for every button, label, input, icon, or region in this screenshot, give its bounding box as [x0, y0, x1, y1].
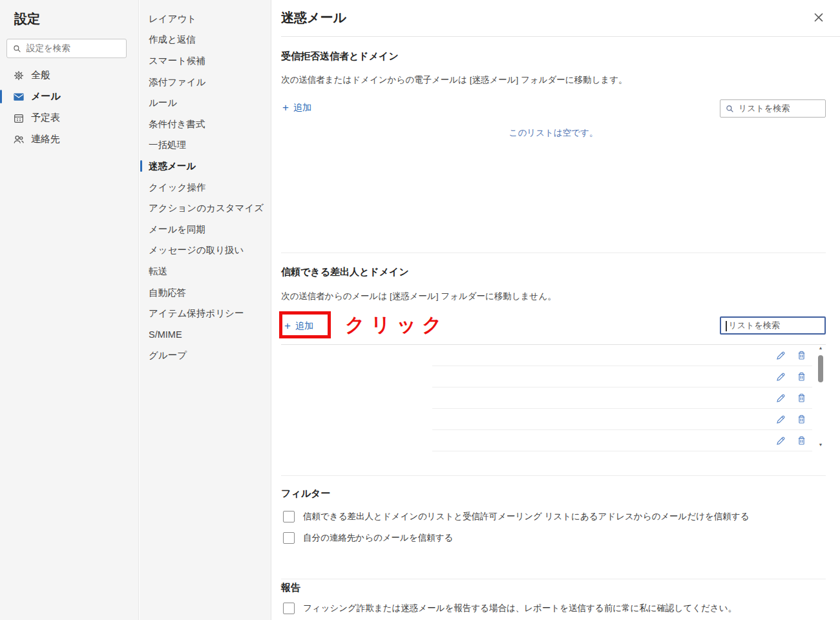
settings-title: 設定: [14, 10, 40, 28]
report-heading: 報告: [281, 582, 300, 594]
checkbox-label: 信頼できる差出人とドメインのリストと受信許可メーリング リストにあるアドレスから…: [303, 511, 749, 522]
divider: [281, 253, 826, 253]
blocked-senders-description: 次の送信者またはドメインからの電子メールは [迷惑メール] フォルダーに移動しま…: [281, 74, 627, 86]
calendar-icon: [13, 112, 25, 124]
sidebar-item-label: 全般: [31, 69, 50, 81]
text-cursor: [726, 320, 728, 331]
settings-window: 設定 設定を検索 全般 メール: [0, 0, 840, 620]
edit-pencil-icon[interactable]: [775, 371, 786, 382]
sidebar-item-label: 予定表: [31, 112, 60, 124]
settings-search-placeholder: 設定を検索: [26, 43, 70, 54]
nav-item-smime[interactable]: S/MIME: [140, 324, 271, 346]
delete-trash-icon[interactable]: [796, 414, 807, 425]
nav-item-sync-email[interactable]: メールを同期: [140, 219, 271, 240]
add-label: 追加: [293, 102, 311, 114]
search-placeholder: リストを検索: [729, 320, 780, 331]
annotation-click-label: クリック: [345, 312, 448, 338]
nav-item-message-handling[interactable]: メッセージの取り扱い: [140, 240, 271, 262]
search-icon: [725, 104, 735, 114]
nav-item-auto-replies[interactable]: 自動応答: [140, 282, 271, 304]
checkbox-label: フィッシング詐欺または迷惑メールを報告する場合は、レポートを送信する前に常に私に…: [303, 603, 737, 614]
people-icon: [13, 134, 25, 145]
search-placeholder: リストを検索: [739, 103, 790, 114]
mail-settings-nav: レイアウト 作成と返信 スマート候補 添付ファイル ルール 条件付き書式 一括処…: [140, 0, 271, 620]
nav-item-retention-policies[interactable]: アイテム保持ポリシー: [140, 303, 271, 324]
trust-contacts-checkbox[interactable]: [283, 532, 295, 544]
close-button[interactable]: [810, 8, 828, 26]
empty-list-text: このリストは空です。: [281, 127, 826, 139]
blocked-senders-heading: 受信拒否送信者とドメイン: [281, 50, 399, 63]
selection-bar: [0, 90, 2, 103]
selection-bar: [140, 160, 142, 172]
scroll-up-icon[interactable]: ▲: [817, 346, 824, 350]
nav-item-quick-steps[interactable]: クイック操作: [140, 177, 271, 198]
settings-search-input[interactable]: 設定を検索: [6, 39, 127, 58]
nav-item-sweep[interactable]: 一括処理: [140, 135, 271, 156]
panel-title: 迷惑メール: [281, 9, 346, 26]
search-icon: [12, 44, 22, 54]
filter-option-row: 自分の連絡先からのメールを信頼する: [283, 532, 453, 544]
safe-senders-description: 次の送信者からのメールは [迷惑メール] フォルダーに移動しません。: [281, 291, 556, 302]
divider: [281, 475, 826, 476]
safe-list-search-input[interactable]: リストを検索: [720, 316, 826, 335]
sidebar-item-label: メール: [31, 90, 61, 103]
nav-item-label: 迷惑メール: [149, 160, 196, 172]
safe-list-row: [432, 430, 812, 451]
plus-icon: +: [282, 103, 289, 112]
trusted-lists-only-checkbox[interactable]: [283, 511, 295, 522]
blocked-add-button[interactable]: + 追加: [282, 102, 311, 114]
delete-trash-icon[interactable]: [796, 393, 807, 404]
edit-pencil-icon[interactable]: [775, 414, 786, 425]
nav-item-layout[interactable]: レイアウト: [140, 8, 271, 30]
nav-item-conditional-formatting[interactable]: 条件付き書式: [140, 114, 271, 135]
nav-item-forwarding[interactable]: 転送: [140, 261, 271, 282]
sidebar-item-general[interactable]: 全般: [0, 65, 139, 86]
safe-list-row: [432, 388, 812, 409]
nav-item-rules[interactable]: ルール: [140, 92, 271, 114]
edit-pencil-icon[interactable]: [775, 435, 786, 446]
divider: [281, 579, 826, 579]
sidebar-nav: 全般 メール 予定表: [0, 65, 139, 150]
filter-option-row: 信頼できる差出人とドメインのリストと受信許可メーリング リストにあるアドレスから…: [283, 511, 749, 522]
blocked-list-search-input[interactable]: リストを検索: [720, 99, 826, 118]
nav-item-groups[interactable]: グループ: [140, 346, 271, 367]
scroll-down-icon[interactable]: ▼: [817, 442, 824, 447]
confirm-before-report-checkbox[interactable]: [283, 603, 295, 614]
sidebar-item-mail[interactable]: メール: [0, 86, 139, 107]
divider: [281, 36, 840, 37]
edit-pencil-icon[interactable]: [775, 393, 786, 404]
list-scrollbar-thumb[interactable]: [818, 355, 823, 382]
checkbox-label: 自分の連絡先からのメールを信頼する: [303, 532, 453, 544]
sidebar-item-label: 連絡先: [31, 133, 60, 145]
annotation-click-box: [279, 311, 331, 338]
nav-item-compose-reply[interactable]: 作成と返信: [140, 30, 271, 51]
safe-list-row: [432, 345, 812, 366]
mail-icon: [13, 91, 25, 103]
gear-icon: [13, 70, 25, 81]
safe-senders-heading: 信頼できる差出人とドメイン: [281, 266, 409, 278]
nav-item-smart-suggestions[interactable]: スマート候補: [140, 50, 271, 72]
safe-list-row: [432, 366, 812, 388]
safe-list-row: [432, 409, 812, 430]
delete-trash-icon[interactable]: [796, 371, 807, 382]
delete-trash-icon[interactable]: [796, 350, 807, 361]
nav-item-junk-email[interactable]: 迷惑メール: [140, 156, 271, 177]
junk-email-panel: 迷惑メール 受信拒否送信者とドメイン 次の送信者またはドメインからの電子メールは…: [272, 0, 840, 620]
close-icon: [812, 11, 825, 24]
report-option-row: フィッシング詐欺または迷惑メールを報告する場合は、レポートを送信する前に常に私に…: [283, 603, 737, 614]
sidebar-item-contacts[interactable]: 連絡先: [0, 129, 139, 150]
nav-item-customize-actions[interactable]: アクションのカスタマイズ: [140, 198, 271, 219]
delete-trash-icon[interactable]: [796, 435, 807, 446]
edit-pencil-icon[interactable]: [775, 350, 786, 361]
sidebar-item-calendar[interactable]: 予定表: [0, 107, 139, 129]
filter-heading: フィルター: [281, 488, 330, 500]
settings-sidebar: 設定 設定を検索 全般 メール: [0, 0, 139, 620]
nav-item-attachments[interactable]: 添付ファイル: [140, 72, 271, 93]
